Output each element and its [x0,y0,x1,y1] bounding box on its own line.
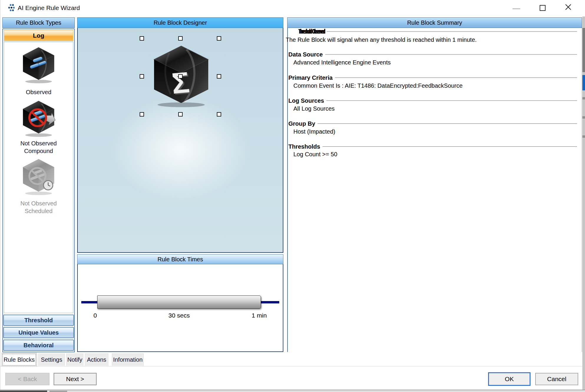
background-sliver-segment [582,28,585,72]
summary-section-group-by: Group By [288,120,577,127]
unique-values-type-button[interactable]: Unique Values [3,327,74,338]
resize-handle-top-right[interactable] [217,36,221,41]
threshold-type-button[interactable]: Threshold [3,315,74,326]
log-type-button[interactable]: Log [4,30,73,41]
tab-rule-blocks[interactable]: Rule Blocks [1,353,37,366]
observed-cube-icon [21,46,56,84]
rule-block-item-observed[interactable] [21,46,56,84]
divider [323,146,577,147]
section-label: Log Sources [288,97,324,104]
title-bar: AI Engine Rule Wizard [0,0,585,16]
summary-section-data-source: Data Source [288,51,577,58]
time-tick-0: 0 [89,312,101,319]
window-title: AI Engine Rule Wizard [18,4,80,11]
rule-block-types-header: Rule Block Types [2,17,75,28]
label-line-2: Scheduled [4,207,73,215]
divider [326,100,577,101]
rule-block-designer-header: Rule Block Designer [77,17,283,28]
resize-handle-bottom-right[interactable] [217,112,221,117]
background-text-fragment [49,391,67,392]
back-button[interactable]: < Back [5,373,49,385]
summary-title-row: Threshold Observed [298,28,577,35]
section-label: Thresholds [288,143,320,150]
not-observed-scheduled-label: Not Observed Scheduled [4,200,73,215]
group-by-value: Host (Impacted) [293,128,335,135]
rule-block-item-not-observed-compound[interactable] [21,99,56,138]
resize-handle-top-left[interactable] [140,36,144,41]
window-left-edge [0,0,0,392]
resize-handle-middle-right[interactable] [217,74,221,79]
rule-block-times-header: Rule Block Times [77,254,283,264]
rule-block-summary-header: Rule Block Summary [287,17,582,28]
background-window-sliver [582,16,585,390]
background-sliver-tick [582,116,585,119]
primary-criteria-value: Common Event Is : AIE: T1486: DataEncryp… [293,82,462,89]
label-line-1: Not Observed [4,200,73,207]
not-observed-compound-label: Not Observed Compound [4,139,73,155]
ai-engine-rule-wizard-window: { "window": { "title": "AI Engine Rule W… [0,0,585,392]
time-tick-1min: 1 min [244,312,274,319]
resize-handle-bottom-left[interactable] [140,112,144,117]
log-sources-value: All Log Sources [293,105,335,112]
observed-label: Observed [4,88,73,96]
summary-section-thresholds: Thresholds [288,143,577,150]
rule-block-item-not-observed-scheduled[interactable] [21,158,56,196]
resize-handle-top-center[interactable] [178,36,183,41]
time-tick-30secs: 30 secs [161,312,197,319]
label-line-2: Compound [4,147,73,155]
maximize-icon [540,5,546,11]
time-slider-range-bar[interactable] [97,295,261,309]
cancel-button[interactable]: Cancel [535,373,578,385]
background-sliver-segment-blue [582,75,585,90]
ok-button[interactable]: OK [488,372,531,386]
tab-information[interactable]: Information [112,353,144,366]
data-source-value: Advanced Intelligence Engine Events [293,59,391,66]
maximize-button[interactable] [534,0,551,14]
close-button[interactable] [560,0,576,14]
tab-notify[interactable]: Notify [66,353,83,366]
divider [325,54,577,55]
close-icon [565,4,571,10]
background-sliver-tick [582,97,585,99]
summary-description: The Rule Block will signal when any thre… [286,36,477,43]
summary-title: Threshold Observed [298,28,325,35]
not-observed-compound-cube-icon [21,99,56,138]
minimize-button[interactable] [508,0,525,14]
not-observed-scheduled-cube-icon [21,158,56,196]
section-label: Primary Criteria [288,74,333,81]
svg-text:Σ: Σ [170,66,191,100]
divider [318,123,577,124]
resize-handle-bottom-center[interactable] [178,112,183,117]
divider [327,31,577,32]
section-label: Group By [288,120,315,127]
behavioral-type-button[interactable]: Behavioral [3,340,74,351]
summary-section-primary-criteria: Primary Criteria [288,74,577,82]
app-logo-icon [8,4,16,12]
section-label: Data Source [288,51,323,58]
label-line-1: Not Observed [4,139,73,147]
divider [335,77,577,78]
background-window-strip [0,390,585,392]
thresholds-value: Log Count >= 50 [293,151,337,158]
background-sliver-tick [582,135,585,138]
next-button[interactable]: Next > [54,373,97,385]
resize-handle-middle-left[interactable] [140,74,144,79]
summary-section-log-sources: Log Sources [288,97,577,104]
minimize-icon [513,9,520,9]
tab-actions[interactable]: Actions [85,353,108,366]
resize-handle-middle-center[interactable] [178,74,183,79]
tab-settings[interactable]: Settings [38,353,65,366]
background-text-fragment [0,391,47,392]
